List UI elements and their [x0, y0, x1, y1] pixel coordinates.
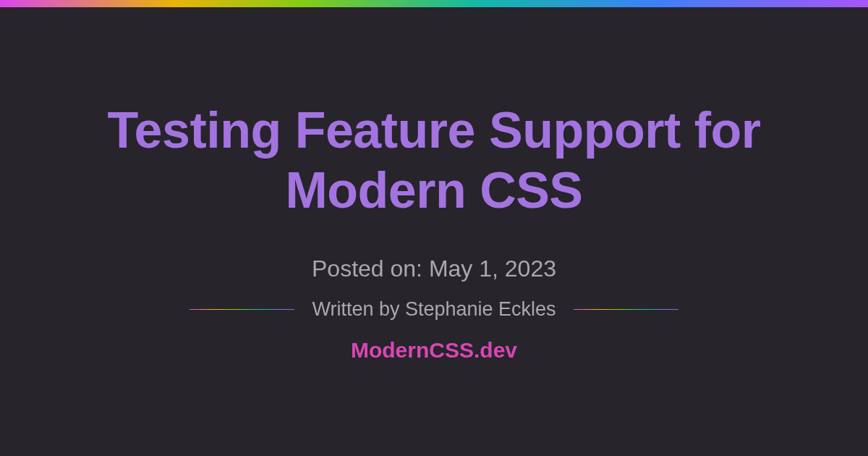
- author-line: Written by Stephanie Eckles: [190, 298, 678, 321]
- author-text: Written by Stephanie Eckles: [312, 298, 556, 321]
- rainbow-rule-left: [190, 309, 294, 310]
- rainbow-top-bar: [0, 0, 868, 7]
- page-title: Testing Feature Support for Modern CSS: [43, 101, 825, 220]
- posted-date: Posted on: May 1, 2023: [312, 256, 556, 282]
- card-content: Testing Feature Support for Modern CSS P…: [0, 7, 868, 456]
- rainbow-rule-right: [574, 309, 678, 310]
- site-name: ModernCSS.dev: [351, 338, 517, 363]
